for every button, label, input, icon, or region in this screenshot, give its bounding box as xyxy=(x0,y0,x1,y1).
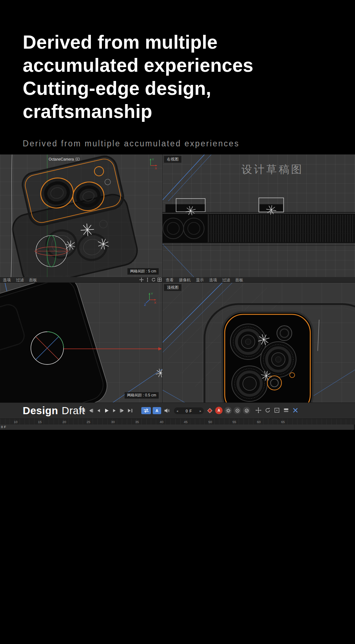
autokey-letter: A xyxy=(218,408,220,412)
design-draft-watermark: 设计草稿图 xyxy=(241,162,304,177)
viewport-menubar: 选项 过滤 面板 xyxy=(0,277,355,283)
prev-frame-icon xyxy=(96,408,102,413)
layer-toggle-button[interactable] xyxy=(283,407,289,413)
grid-spacing-label: 网格间距 : 0.5 cm xyxy=(125,392,159,399)
menu-item-panel[interactable]: 面板 xyxy=(29,277,37,283)
view-label: 右视图 xyxy=(164,156,181,163)
view-label: 顶视图 xyxy=(164,284,181,291)
record-controls: A xyxy=(206,407,250,414)
menu-item-panel[interactable]: 面板 xyxy=(235,277,243,283)
keyframe-diamond-icon xyxy=(207,407,213,414)
frame-decrement-button[interactable]: ◂ xyxy=(176,409,178,413)
frame-stepper[interactable]: ◂ 0 F ▸ xyxy=(174,407,204,414)
perspective-art xyxy=(0,155,162,277)
camera-icon xyxy=(76,158,80,161)
keyframe-settings-button[interactable] xyxy=(224,407,232,414)
pan-icon xyxy=(139,277,144,282)
ruler-tick: 25 xyxy=(87,420,91,424)
ruler-tick: 45 xyxy=(184,420,188,424)
ruler-tick: 65 xyxy=(281,420,285,424)
frame-value: 0 F xyxy=(186,409,192,413)
goto-end-icon xyxy=(127,408,133,413)
x-axis-icon xyxy=(292,407,299,413)
prev-key-button[interactable] xyxy=(87,407,94,414)
phone-model xyxy=(0,283,111,402)
top-view-art xyxy=(163,283,355,402)
keyframe-selection-letter: A xyxy=(155,408,158,413)
keyframe-selection-button[interactable]: A xyxy=(153,407,161,414)
next-frame-icon xyxy=(111,408,117,413)
menu-item-options[interactable]: 选项 xyxy=(209,277,217,283)
move-icon xyxy=(255,407,262,413)
circle-dot-icon xyxy=(235,408,240,413)
menu-item-options[interactable]: 选项 xyxy=(3,277,11,283)
rotate-tool-button[interactable] xyxy=(264,407,271,413)
next-key-button[interactable] xyxy=(119,407,126,414)
timeline-track[interactable]: 0 F xyxy=(0,424,354,430)
coordinates-icon xyxy=(274,407,280,413)
rotate-view-button[interactable] xyxy=(151,277,156,282)
prev-key-icon xyxy=(88,408,94,413)
viewport-right-view[interactable]: 右视图 设计草稿图 xyxy=(163,155,355,277)
timeline-ruler[interactable]: 10 15 20 25 30 35 40 45 50 55 60 65 xyxy=(0,418,355,424)
frame-increment-button[interactable]: ▸ xyxy=(200,409,201,413)
x-axis-lock-button[interactable] xyxy=(292,407,299,413)
autokey-button[interactable]: A xyxy=(215,407,223,414)
viewport-perspective[interactable]: OctaneCamera Y X 网格间距 : 5 cm xyxy=(0,155,162,277)
axis-x-label: X xyxy=(154,301,156,304)
camera-module-closeup xyxy=(222,312,313,402)
dolly-view-button[interactable] xyxy=(145,277,150,282)
menu-item-view[interactable]: 查看 xyxy=(166,277,174,283)
record-keyframe-button[interactable] xyxy=(206,407,213,414)
loop-mode-button[interactable] xyxy=(141,407,151,414)
prev-frame-button[interactable] xyxy=(95,407,102,414)
record-parameters-button[interactable] xyxy=(243,407,250,414)
play-icon xyxy=(104,408,109,413)
title-word-regular: Draft xyxy=(62,405,85,416)
next-frame-button[interactable] xyxy=(111,407,118,414)
ruler-tick: 30 xyxy=(111,420,115,424)
title-line-2: accumulated experiences xyxy=(23,55,253,76)
viewport-top-view[interactable]: 顶视图 xyxy=(163,283,355,402)
title-line-4: craftsmanship xyxy=(23,101,152,122)
design-draft-title: DesignDraft xyxy=(23,405,85,417)
speaker-icon xyxy=(164,408,170,413)
tool-controls xyxy=(255,407,299,413)
perspective-menu: 选项 过滤 面板 xyxy=(3,277,37,283)
next-key-icon xyxy=(119,408,125,413)
goto-end-button[interactable] xyxy=(126,407,133,414)
page: Derived from multiple accumulated experi… xyxy=(0,0,355,644)
menu-item-filter[interactable]: 过滤 xyxy=(16,277,24,283)
axis-y-label: Y xyxy=(152,158,154,161)
menu-item-display[interactable]: 显示 xyxy=(196,277,204,283)
camera-label: OctaneCamera xyxy=(49,157,80,161)
axis-gizmo-front: Y X Z xyxy=(144,291,157,306)
move-tool-button[interactable] xyxy=(255,407,262,413)
menu-item-filter[interactable]: 过滤 xyxy=(222,277,230,283)
rightview-menu: 查看 摄像机 显示 选项 过滤 面板 xyxy=(166,277,243,283)
toggle-view-button[interactable] xyxy=(157,277,162,282)
camera-name: OctaneCamera xyxy=(49,157,74,161)
coordinate-system-button[interactable] xyxy=(274,407,280,413)
viewport-front-view[interactable]: Y X Z 网格间距 : 0.5 cm xyxy=(0,283,162,402)
timeline-bar: DesignDraft xyxy=(0,402,355,418)
sound-button[interactable] xyxy=(163,407,171,414)
menu-item-cameras[interactable]: 摄像机 xyxy=(179,277,191,283)
transport-controls xyxy=(80,407,133,414)
loop-icon xyxy=(143,408,149,413)
ruler-tick: 40 xyxy=(160,420,164,424)
page-title: Derived from multiple accumulated experi… xyxy=(23,31,253,123)
gear-icon xyxy=(225,408,231,413)
title-word-bold: Design xyxy=(23,405,58,416)
record-objects-button[interactable] xyxy=(234,407,241,414)
ruler-tick: 10 xyxy=(14,420,18,424)
pan-view-button[interactable] xyxy=(139,277,144,282)
grid-spacing-label: 网格间距 : 5 cm xyxy=(127,268,159,275)
ruler-tick: 15 xyxy=(38,420,42,424)
ruler-tick: 50 xyxy=(208,420,212,424)
play-button[interactable] xyxy=(103,407,110,414)
title-line-1: Derived from multiple xyxy=(23,32,218,53)
axis-gizmo-perspective: Y X xyxy=(145,157,158,170)
zoom-icon xyxy=(145,277,150,282)
axis-y-label: Y xyxy=(151,292,153,296)
